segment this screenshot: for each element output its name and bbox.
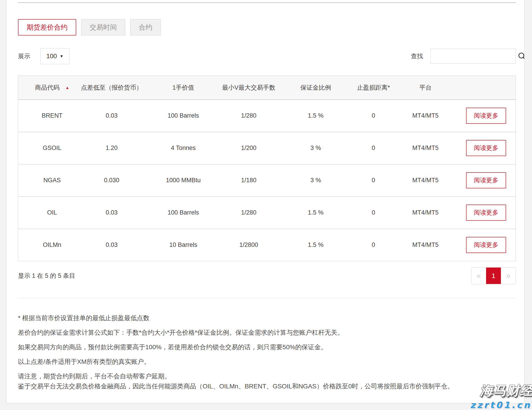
sort-asc-icon: ▲ — [66, 86, 69, 90]
cell-lot-value: 1000 MMBtu — [148, 164, 219, 196]
cell-stop: 0 — [352, 100, 394, 132]
pagination: « 1 » — [471, 267, 516, 284]
table-row: GSOIL 1.20 4 Tonnes 1/200 3 % 0 MT4/MT5 … — [18, 132, 516, 164]
column-header-margin: 保证金比例 — [279, 76, 353, 100]
read-more-button[interactable]: 阅读更多 — [466, 237, 506, 253]
cell-platform: MT4/MT5 — [394, 196, 456, 229]
cell-stop: 0 — [352, 196, 394, 229]
cell-min-max: 1/180 — [219, 164, 279, 196]
footnotes: * 根据当前市价设置挂单的最低止损盈最低点数 差价合约的保证金需求计算公式如下：… — [18, 313, 516, 391]
table-row: BRENT 0.03 100 Barrels 1/280 1.5 % 0 MT4… — [18, 100, 516, 132]
pagination-page-1[interactable]: 1 — [486, 268, 501, 284]
column-header-symbol[interactable]: 商品代码▲ — [18, 76, 76, 100]
cell-spread: 0.03 — [75, 229, 148, 261]
column-header-min-max-lots: 最小V最大交易手数 — [219, 76, 279, 100]
read-more-button[interactable]: 阅读更多 — [466, 108, 506, 124]
table-header-row: 商品代码▲ 点差低至（报价货币） 1手价值 最小V最大交易手数 保证金比例 止盈… — [18, 76, 516, 100]
cell-margin: 1.5 % — [279, 196, 353, 229]
cell-min-max: 1/2800 — [219, 229, 279, 261]
notes-divider — [18, 298, 516, 298]
read-more-button[interactable]: 阅读更多 — [466, 205, 506, 221]
cell-symbol: OIL — [18, 196, 76, 229]
cell-lot-value: 4 Tonnes — [148, 132, 219, 164]
cell-lot-value: 100 Barrels — [148, 100, 219, 132]
search-box — [430, 49, 516, 64]
search-label: 查找 — [411, 52, 423, 60]
cell-lot-value: 10 Barrels — [148, 229, 219, 261]
page-size-select[interactable]: 100 ▼ — [40, 48, 69, 64]
cell-lot-value: 100 Barrels — [148, 196, 219, 229]
tab-bar: 期货差价合约 交易时间 合约 — [18, 19, 516, 36]
cell-margin: 3 % — [279, 132, 353, 164]
cell-symbol: OILMn — [18, 229, 76, 261]
cell-margin: 1.5 % — [279, 229, 353, 261]
list-footer: 显示 1 在 5 的 5 条目 « 1 » — [18, 266, 516, 285]
cell-min-max: 1/280 — [219, 196, 279, 229]
cell-symbol: NGAS — [18, 164, 76, 196]
cell-min-max: 1/200 — [219, 132, 279, 164]
footnote: 请注意，期货合约到期后，平台不会自动帮客户延期。 — [18, 371, 516, 381]
page-size-value: 100 — [46, 53, 57, 60]
cell-spread: 0.03 — [75, 100, 148, 132]
column-header-spread: 点差低至（报价货币） — [75, 76, 148, 100]
cell-margin: 3 % — [279, 164, 353, 196]
table-row: OIL 0.03 100 Barrels 1/280 1.5 % 0 MT4/M… — [18, 196, 516, 229]
cell-symbol: BRENT — [18, 100, 76, 132]
cell-min-max: 1/280 — [219, 100, 279, 132]
cell-stop: 0 — [352, 229, 394, 261]
footnote: 以上点差/条件适用于XM所有类型的真实账户。 — [18, 357, 516, 367]
search-input[interactable] — [431, 49, 517, 63]
top-divider — [18, 2, 516, 3]
cell-platform: MT4/MT5 — [394, 229, 456, 261]
cell-spread: 0.030 — [75, 164, 148, 196]
cell-stop: 0 — [352, 164, 394, 196]
cell-platform: MT4/MT5 — [394, 164, 456, 196]
footnote: 鉴于交易平台无法交易负价格金融商品，因此当任何能源类商品（OIL、OILMn、B… — [18, 381, 516, 391]
table-row: NGAS 0.030 1000 MMBtu 1/180 3 % 0 MT4/MT… — [18, 164, 516, 196]
table-row: OILMn 0.03 10 Barrels 1/2800 1.5 % 0 MT4… — [18, 229, 516, 261]
footnote: * 根据当前市价设置挂单的最低止损盈最低点数 — [18, 313, 516, 323]
tab-trading-hours[interactable]: 交易时间 — [81, 19, 125, 36]
footnote: 如果交易同方向的商品，预付款比例需要高于100%，若使用差价合约锁仓交易的话，则… — [18, 342, 516, 352]
instruments-table: 商品代码▲ 点差低至（报价货币） 1手价值 最小V最大交易手数 保证金比例 止盈… — [18, 76, 516, 261]
tab-contract[interactable]: 合约 — [130, 19, 161, 36]
content-card: 期货差价合约 交易时间 合约 展示 100 ▼ 查找 — [6, 0, 524, 403]
column-header-stop-distance: 止盈损距离* — [352, 76, 394, 100]
showing-entries-text: 显示 1 在 5 的 5 条目 — [18, 272, 75, 280]
pagination-next-button[interactable]: » — [501, 268, 516, 284]
footnote: 差价合约的保证金需求计算公式如下：手数*合约大小*开仓价格*保证金比例。保证金需… — [18, 328, 516, 337]
read-more-button[interactable]: 阅读更多 — [466, 172, 506, 188]
column-header-symbol-label: 商品代码 — [35, 84, 60, 91]
cell-symbol: GSOIL — [18, 132, 76, 164]
column-header-lot-value: 1手价值 — [148, 76, 219, 100]
cell-spread: 0.03 — [75, 196, 148, 229]
show-label: 展示 — [18, 52, 30, 60]
search-icon[interactable] — [517, 52, 524, 61]
pagination-prev-button[interactable]: « — [471, 268, 486, 284]
cell-platform: MT4/MT5 — [394, 100, 456, 132]
tab-futures-cfd[interactable]: 期货差价合约 — [18, 19, 76, 36]
chevron-down-icon: ▼ — [60, 54, 63, 58]
read-more-button[interactable]: 阅读更多 — [466, 140, 506, 156]
cell-platform: MT4/MT5 — [394, 132, 456, 164]
table-controls: 展示 100 ▼ 查找 — [18, 48, 516, 64]
cell-stop: 0 — [352, 132, 394, 164]
column-header-actions — [456, 76, 516, 100]
cell-margin: 1.5 % — [279, 100, 353, 132]
cell-spread: 1.20 — [75, 132, 148, 164]
column-header-platform: 平台 — [394, 76, 456, 100]
